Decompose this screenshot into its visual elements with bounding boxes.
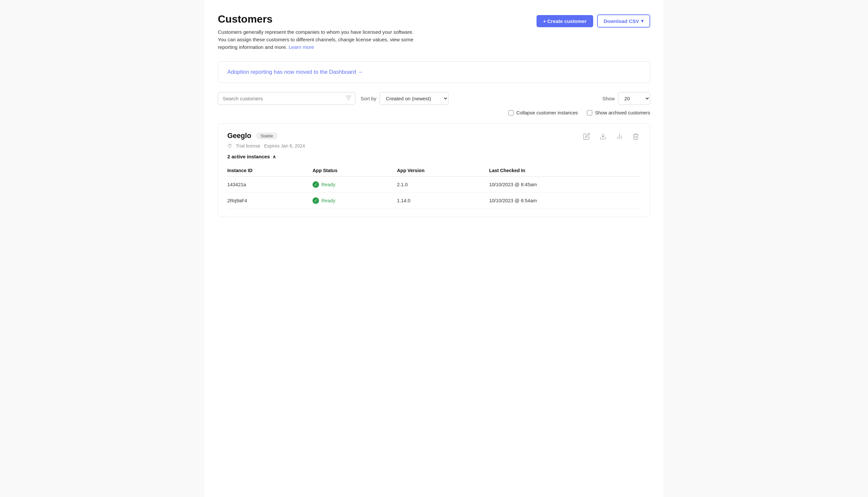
learn-more-link[interactable]: Learn more (289, 44, 314, 50)
col-id: Instance ID (227, 165, 312, 177)
edit-customer-button[interactable] (582, 131, 591, 141)
instance-id: 2Rq9aF4 (227, 193, 312, 209)
status-ready-icon: ✓ (312, 197, 319, 204)
status-ready-icon: ✓ (312, 181, 319, 188)
adoption-banner-link[interactable]: Adoption reporting has now moved to the … (227, 69, 363, 75)
col-version: App Version (397, 165, 489, 177)
sort-label: Sort by (361, 96, 376, 101)
customer-card: Geeglo Stable (218, 123, 650, 217)
app-version: 2.1.0 (397, 177, 489, 193)
table-row: 2Rq9aF4 ✓ Ready 1.14.0 10/10/2023 @ 6:54… (227, 193, 641, 209)
license-expiry: Expires Jan 6, 2024 (264, 143, 305, 148)
app-version: 1.14.0 (397, 193, 489, 209)
instances-table-body: 143421a ✓ Ready 2.1.0 10/10/2023 @ 8:45a… (227, 177, 641, 209)
instances-toggle-button[interactable]: 2 active instances ∧ (227, 154, 276, 159)
show-archived-label[interactable]: Show archived customers (587, 110, 650, 115)
adoption-banner: Adoption reporting has now moved to the … (218, 61, 650, 83)
page-description: Customers generally represent the compan… (218, 29, 421, 51)
sort-wrapper: Sort by Created on (newest) Created on (… (361, 92, 448, 105)
collapse-instances-text: Collapse customer instances (516, 110, 578, 115)
header-left: Customers Customers generally represent … (218, 13, 421, 51)
channel-badge: Stable (256, 132, 278, 139)
last-checked-in: 10/10/2023 @ 8:45am (489, 177, 641, 193)
app-status: ✓ Ready (312, 193, 397, 209)
show-wrapper: Show 10 20 50 100 (602, 92, 650, 105)
filter-icon (345, 94, 352, 101)
customer-actions (582, 131, 641, 141)
active-instances-count: 2 active instances (227, 154, 270, 159)
license-row: ⏱ Trial license Expires Jan 6, 2024 (227, 143, 641, 148)
delete-customer-button[interactable] (631, 131, 641, 141)
app-status: ✓ Ready (312, 177, 397, 193)
show-select[interactable]: 10 20 50 100 (618, 92, 650, 105)
customer-name: Geeglo (227, 131, 251, 140)
page-title: Customers (218, 13, 421, 25)
show-archived-text: Show archived customers (595, 110, 650, 115)
analytics-customer-button[interactable] (615, 131, 624, 141)
download-csv-button[interactable]: Download CSV ▾ (597, 14, 650, 28)
trash-icon (632, 133, 639, 140)
customers-list: Geeglo Stable (218, 123, 650, 217)
customer-card-header: Geeglo Stable (227, 131, 641, 141)
show-archived-checkbox[interactable] (587, 110, 592, 115)
table-header-row: Instance IDApp StatusApp VersionLast Che… (227, 165, 641, 177)
toolbar-right: Show 10 20 50 100 (602, 92, 650, 105)
instances-table: Instance IDApp StatusApp VersionLast Che… (227, 165, 641, 209)
page-container: Customers Customers generally represent … (205, 0, 663, 497)
edit-icon (583, 133, 590, 140)
toolbar: Sort by Created on (newest) Created on (… (218, 92, 650, 105)
license-type: Trial license (236, 143, 261, 148)
sort-select[interactable]: Created on (newest) Created on (oldest) … (380, 92, 448, 105)
customer-name-row: Geeglo Stable (227, 131, 278, 140)
chevron-up-icon: ∧ (273, 154, 276, 159)
search-wrapper (218, 92, 355, 105)
header-right: + Create customer Download CSV ▾ (536, 14, 650, 28)
collapse-instances-checkbox[interactable] (509, 110, 514, 115)
license-clock-icon: ⏱ (227, 143, 232, 148)
collapse-instances-label[interactable]: Collapse customer instances (509, 110, 578, 115)
table-row: 143421a ✓ Ready 2.1.0 10/10/2023 @ 8:45a… (227, 177, 641, 193)
download-customer-button[interactable] (598, 131, 608, 141)
instances-table-head: Instance IDApp StatusApp VersionLast Che… (227, 165, 641, 177)
checkboxes-row: Collapse customer instances Show archive… (218, 110, 650, 115)
filter-icon-button[interactable] (345, 94, 352, 103)
col-status: App Status (312, 165, 397, 177)
status-text: Ready (321, 182, 335, 187)
show-label: Show (602, 96, 615, 101)
create-customer-button[interactable]: + Create customer (536, 15, 593, 27)
analytics-icon (616, 133, 623, 140)
download-csv-label: Download CSV (604, 18, 639, 24)
instance-id: 143421a (227, 177, 312, 193)
download-icon (599, 133, 607, 140)
search-input[interactable] (218, 92, 355, 105)
page-header: Customers Customers generally represent … (218, 13, 650, 51)
col-last_checked: Last Checked In (489, 165, 641, 177)
status-text: Ready (321, 198, 335, 203)
download-chevron-icon: ▾ (641, 18, 644, 24)
last-checked-in: 10/10/2023 @ 6:54am (489, 193, 641, 209)
